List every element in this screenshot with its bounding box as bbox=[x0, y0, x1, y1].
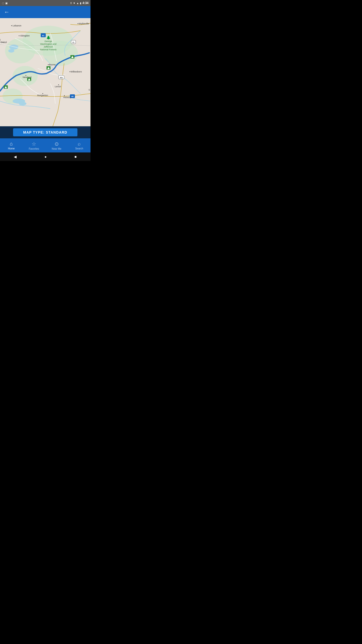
favorites-icon: ☆ bbox=[32, 141, 36, 147]
nav-favorites-label: Favorites bbox=[29, 147, 39, 150]
search-icon: ⌕ bbox=[78, 141, 81, 147]
battery-icon: ▮ bbox=[80, 2, 81, 5]
svg-text:Morganton: Morganton bbox=[37, 94, 48, 97]
home-icon: ⌂ bbox=[10, 141, 13, 147]
status-left-icons: ◌ ▣ bbox=[2, 2, 8, 5]
svg-text:81: 81 bbox=[42, 34, 44, 37]
nav-search-label: Search bbox=[75, 147, 83, 150]
map-view[interactable]: 81 21 321 40 🌲 George Washington and Jef… bbox=[0, 18, 90, 126]
nav-item-near-me[interactable]: ⊙ Near Me bbox=[45, 138, 68, 152]
system-nav-bar: ◀ ● ■ bbox=[0, 152, 90, 161]
svg-point-6 bbox=[9, 45, 18, 50]
svg-point-31 bbox=[48, 64, 49, 65]
svg-text:21: 21 bbox=[72, 42, 74, 43]
near-me-icon: ⊙ bbox=[55, 141, 59, 147]
svg-text:Lebanon: Lebanon bbox=[13, 24, 21, 27]
home-system-button[interactable]: ● bbox=[44, 155, 47, 159]
svg-text:l: l bbox=[0, 39, 1, 41]
svg-text:Wilkesboro: Wilkesboro bbox=[71, 70, 82, 73]
svg-text:321: 321 bbox=[60, 77, 63, 78]
location-icon: ⚲ bbox=[70, 2, 72, 5]
signal-icon: ▲ bbox=[76, 2, 79, 5]
svg-text:40: 40 bbox=[71, 95, 74, 98]
notebook-icon: ▣ bbox=[5, 2, 8, 5]
status-bar: ◌ ▣ ⚲ ▼ ▲ ▮ 4:34 bbox=[0, 0, 90, 6]
svg-point-25 bbox=[11, 25, 12, 26]
nav-item-search[interactable]: ⌕ Search bbox=[68, 138, 90, 152]
back-button[interactable]: ← bbox=[4, 9, 10, 15]
svg-text:Boone: Boone bbox=[49, 63, 56, 66]
status-time: 4:34 bbox=[82, 1, 88, 5]
svg-text:🌲: 🌲 bbox=[46, 35, 51, 40]
svg-text:National Forests: National Forests bbox=[40, 48, 57, 51]
bottom-nav: ⌂ Home ☆ Favorites ⊙ Near Me ⌕ Search bbox=[0, 138, 90, 152]
map-type-button[interactable]: MAP TYPE: STANDARD bbox=[13, 128, 77, 136]
recent-system-button[interactable]: ■ bbox=[74, 155, 76, 159]
nav-near-me-label: Near Me bbox=[52, 147, 61, 150]
svg-point-33 bbox=[70, 71, 70, 72]
svg-text:Washington and: Washington and bbox=[40, 43, 57, 45]
wifi-icon: ▼ bbox=[73, 2, 75, 5]
svg-text:Lenoir: Lenoir bbox=[55, 85, 61, 88]
sim-icon: ◌ bbox=[2, 2, 4, 5]
svg-text:Abingdon: Abingdon bbox=[20, 34, 30, 37]
svg-text:George: George bbox=[44, 40, 52, 43]
svg-text:Jefferson: Jefferson bbox=[44, 46, 53, 48]
svg-text:Hickory: Hickory bbox=[63, 96, 71, 99]
app-bar: ← bbox=[0, 6, 90, 18]
nav-item-home[interactable]: ⌂ Home bbox=[0, 138, 23, 152]
svg-text:Wytheville: Wytheville bbox=[79, 22, 89, 25]
svg-text:S: S bbox=[88, 89, 90, 91]
map-type-bar: MAP TYPE: STANDARD bbox=[0, 126, 90, 138]
status-right-icons: ⚲ ▼ ▲ ▮ 4:34 bbox=[70, 1, 88, 5]
back-system-button[interactable]: ◀ bbox=[14, 155, 17, 159]
nav-home-label: Home bbox=[8, 147, 15, 150]
map-svg: 81 21 321 40 🌲 George Washington and Jef… bbox=[0, 18, 90, 126]
svg-point-27 bbox=[19, 35, 20, 36]
svg-point-23 bbox=[78, 23, 78, 24]
svg-text:Bristol: Bristol bbox=[1, 41, 7, 44]
svg-point-9 bbox=[19, 102, 26, 105]
nav-item-favorites[interactable]: ☆ Favorites bbox=[23, 138, 45, 152]
svg-point-7 bbox=[8, 49, 14, 53]
